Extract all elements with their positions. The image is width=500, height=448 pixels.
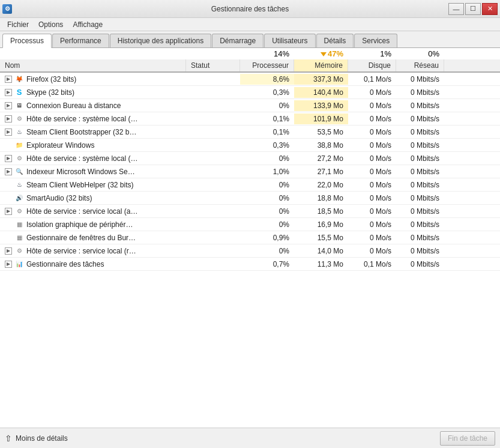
table-row[interactable]: ▶ ⚙ Hôte de service : système local (… 0…: [0, 152, 500, 165]
tab-demarrage[interactable]: Démarrage: [212, 34, 264, 47]
process-mem: 18,8 Mo: [294, 193, 348, 204]
tab-details[interactable]: Détails: [316, 34, 354, 47]
process-icon: ♨: [14, 127, 24, 137]
row-expander[interactable]: ▶: [5, 89, 12, 96]
process-icon: ▦: [14, 220, 24, 229]
process-name-label: Steam Client WebHelper (32 bits): [26, 181, 134, 189]
process-name: ▦ Gestionnaire de fenêtres du Bur…: [0, 232, 186, 244]
cpu-percentage: 14%: [240, 48, 294, 59]
table-row[interactable]: ▶ ⚙ Hôte de service : service local (a… …: [0, 205, 500, 218]
process-mem: 11,3 Mo: [294, 259, 348, 270]
percentage-row: 14% 47% 1% 0%: [0, 48, 500, 59]
row-expander[interactable]: ▶: [5, 155, 12, 162]
table-row[interactable]: ▦ Gestionnaire de fenêtres du Bur… 0,9% …: [0, 231, 500, 244]
process-cpu: 0%: [240, 153, 294, 164]
menu-bar: Fichier Options Affichage: [0, 18, 500, 31]
process-status: [186, 171, 240, 173]
title-bar-controls: — ☐ ✕: [448, 3, 498, 15]
process-status: [186, 78, 240, 80]
table-row[interactable]: ♨ Steam Client WebHelper (32 bits) 0% 22…: [0, 178, 500, 192]
process-status: [186, 223, 240, 226]
tab-historique[interactable]: Historique des applications: [110, 34, 211, 47]
menu-affichage[interactable]: Affichage: [68, 19, 107, 30]
col-header-name[interactable]: Nom: [0, 59, 186, 71]
process-mem: 140,4 Mo: [294, 87, 348, 98]
menu-options[interactable]: Options: [34, 19, 68, 30]
col-header-net[interactable]: Réseau: [396, 59, 444, 71]
row-expander[interactable]: ▶: [5, 76, 12, 83]
column-headers: Nom Statut Processeur Mémoire Disque Rés…: [0, 59, 500, 73]
process-name-label: Explorateur Windows: [26, 141, 94, 150]
table-row[interactable]: ▶ 🦊 Firefox (32 bits) 8,6% 337,3 Mo 0,1 …: [0, 73, 500, 86]
col-header-status[interactable]: Statut: [186, 59, 240, 71]
process-table-body[interactable]: ▶ 🦊 Firefox (32 bits) 8,6% 337,3 Mo 0,1 …: [0, 73, 500, 428]
process-name-label: Hôte de service : service local (r…: [26, 247, 136, 255]
process-disk: 0 Mo/s: [348, 166, 396, 177]
process-net: 0 Mbits/s: [396, 140, 444, 151]
row-expander[interactable]: ▶: [5, 247, 12, 255]
table-row[interactable]: ▦ Isolation graphique de périphér… 0% 16…: [0, 218, 500, 231]
process-disk: 0 Mo/s: [348, 140, 396, 151]
process-cpu: 0,3%: [240, 87, 294, 98]
row-expander[interactable]: ▶: [5, 115, 12, 123]
process-status: [186, 197, 240, 199]
process-name: ▶ 🖥 Connexion Bureau à distance: [0, 100, 186, 112]
process-disk: 0 Mo/s: [348, 246, 396, 256]
process-mem: 16,9 Mo: [294, 219, 348, 230]
table-row[interactable]: ▶ 🔍 Indexeur Microsoft Windows Se… 1,0% …: [0, 165, 500, 178]
menu-fichier[interactable]: Fichier: [2, 19, 34, 30]
process-name-label: Firefox (32 bits): [26, 75, 76, 83]
process-disk: 0,1 Mo/s: [348, 74, 396, 85]
bottom-bar: ⇧ Moins de détails Fin de tâche: [0, 428, 500, 448]
process-name-label: Skype (32 bits): [26, 88, 74, 97]
row-expander[interactable]: ▶: [5, 129, 12, 136]
process-name-label: Steam Client Bootstrapper (32 b…: [26, 128, 136, 136]
process-cpu: 1,0%: [240, 166, 294, 177]
net-percentage: 0%: [396, 48, 444, 59]
table-row[interactable]: ▶ 📊 Gestionnaire des tâches 0,7% 11,3 Mo…: [0, 258, 500, 271]
col-header-disk[interactable]: Disque: [348, 59, 396, 71]
process-mem: 22,0 Mo: [294, 180, 348, 190]
process-mem: 53,5 Mo: [294, 127, 348, 138]
close-button[interactable]: ✕: [482, 3, 498, 15]
process-net: 0 Mbits/s: [396, 180, 444, 190]
process-icon: ⚙: [14, 114, 24, 124]
process-icon: 📊: [14, 259, 24, 269]
process-status: [186, 104, 240, 107]
process-net: 0 Mbits/s: [396, 127, 444, 138]
col-header-cpu[interactable]: Processeur: [240, 59, 294, 71]
col-header-mem[interactable]: Mémoire: [294, 59, 348, 71]
row-expander[interactable]: ▶: [5, 208, 12, 215]
process-name: 📁 Explorateur Windows: [0, 139, 186, 151]
process-name: ▦ Isolation graphique de périphér…: [0, 219, 186, 231]
maximize-button[interactable]: ☐: [465, 3, 481, 15]
tab-processus[interactable]: Processus: [2, 34, 52, 48]
row-expander[interactable]: ▶: [5, 261, 12, 268]
process-name: ▶ ⚙ Hôte de service : système local (…: [0, 113, 186, 125]
process-icon: S: [14, 88, 24, 97]
tab-utilisateurs[interactable]: Utilisateurs: [264, 34, 315, 47]
table-row[interactable]: ▶ 🖥 Connexion Bureau à distance 0% 133,9…: [0, 99, 500, 112]
process-disk: 0 Mo/s: [348, 153, 396, 164]
tab-performance[interactable]: Performance: [52, 34, 109, 47]
end-task-button[interactable]: Fin de tâche: [440, 431, 495, 446]
table-row[interactable]: ▶ ♨ Steam Client Bootstrapper (32 b… 0,1…: [0, 126, 500, 139]
title-bar: ⚙ Gestionnaire des tâches — ☐ ✕: [0, 0, 500, 18]
table-row[interactable]: ▶ ⚙ Hôte de service : service local (r… …: [0, 244, 500, 258]
row-expander[interactable]: ▶: [5, 168, 12, 175]
table-row[interactable]: 📁 Explorateur Windows 0,3% 38,8 Mo 0 Mo/…: [0, 139, 500, 152]
tab-services[interactable]: Services: [354, 34, 397, 47]
process-cpu: 0%: [240, 206, 294, 217]
less-details-button[interactable]: ⇧ Moins de détails: [5, 434, 68, 443]
process-net: 0 Mbits/s: [396, 74, 444, 85]
process-icon: 🦊: [14, 74, 24, 84]
process-disk: 0 Mo/s: [348, 100, 396, 111]
row-expander[interactable]: ▶: [5, 102, 12, 109]
process-name: ▶ ⚙ Hôte de service : service local (r…: [0, 245, 186, 257]
process-name-label: SmartAudio (32 bits): [26, 194, 92, 202]
chevron-up-icon: ⇧: [5, 434, 12, 443]
table-row[interactable]: ▶ S Skype (32 bits) 0,3% 140,4 Mo 0 Mo/s…: [0, 86, 500, 99]
minimize-button[interactable]: —: [448, 3, 464, 15]
table-row[interactable]: 🔊 SmartAudio (32 bits) 0% 18,8 Mo 0 Mo/s…: [0, 192, 500, 205]
table-row[interactable]: ▶ ⚙ Hôte de service : système local (… 0…: [0, 112, 500, 126]
